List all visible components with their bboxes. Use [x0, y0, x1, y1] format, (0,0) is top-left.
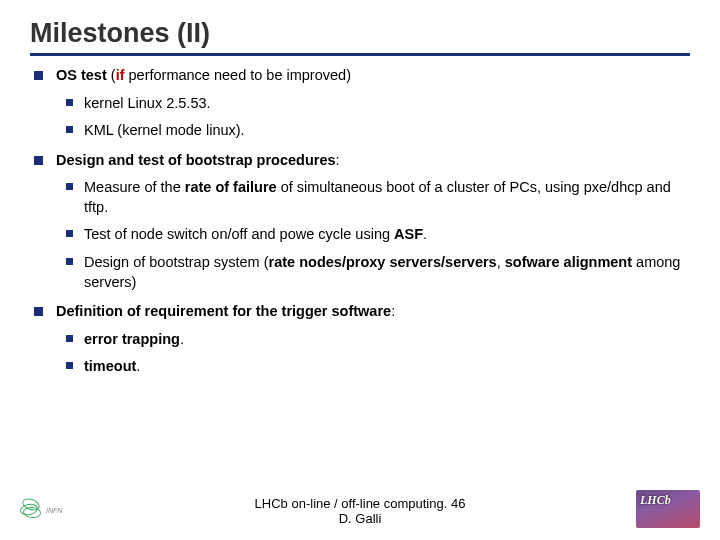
- sub-error-trapping: error trapping.: [56, 330, 690, 350]
- asf-label: ASF: [394, 226, 423, 242]
- slide-body: OS test (if performance need to be impro…: [0, 66, 720, 377]
- error-trapping: error trapping: [84, 331, 180, 347]
- sub-rate-of-failure: Measure of the rate of failure of simult…: [56, 178, 690, 217]
- infn-rings-icon: [20, 499, 42, 521]
- sub-asf: Test of node switch on/off and powe cycl…: [56, 225, 690, 245]
- title-underline: [30, 53, 690, 56]
- bullet-trigger-req: Definition of requirement for the trigge…: [34, 302, 690, 377]
- footer-line2: D. Galli: [0, 511, 720, 526]
- sub-kernel-linux: kernel Linux 2.5.53.: [56, 94, 690, 114]
- text: (: [107, 67, 116, 83]
- sub-bootstrap-design: Design of bootstrap system (rate nodes/p…: [56, 253, 690, 292]
- footer: LHCb on-line / off-line computing. 46 D.…: [0, 496, 720, 526]
- rate-nodes: rate nodes/proxy servers/servers: [269, 254, 497, 270]
- sub-timeout: timeout.: [56, 357, 690, 377]
- text: Test of node switch on/off and powe cycl…: [84, 226, 394, 242]
- bootstrap-heading: Design and test of bootstrap procedures: [56, 152, 336, 168]
- dot: .: [136, 358, 140, 374]
- bullet-bootstrap: Design and test of bootstrap procedures:…: [34, 151, 690, 292]
- lhcb-text: LHCb: [640, 493, 671, 508]
- text: Measure of the: [84, 179, 185, 195]
- infn-logo: INFN: [20, 492, 80, 528]
- slide-title: Milestones (II): [0, 0, 720, 53]
- footer-line1: LHCb on-line / off-line computing. 46: [0, 496, 720, 511]
- trigger-heading: Definition of requirement for the trigge…: [56, 303, 391, 319]
- colon: :: [336, 152, 340, 168]
- timeout: timeout: [84, 358, 136, 374]
- os-test-label: OS test: [56, 67, 107, 83]
- dot: .: [180, 331, 184, 347]
- lhcb-logo: LHCb: [636, 490, 700, 528]
- text: ,: [497, 254, 505, 270]
- software-alignment: sofware alignment: [505, 254, 632, 270]
- text: Design of bootstrap system (: [84, 254, 269, 270]
- text: performance need to be improved): [124, 67, 351, 83]
- text: .: [423, 226, 427, 242]
- colon: :: [391, 303, 395, 319]
- bullet-os-test: OS test (if performance need to be impro…: [34, 66, 690, 141]
- rate-of-failure: rate of failure: [185, 179, 277, 195]
- sub-kml: KML (kernel mode linux).: [56, 121, 690, 141]
- infn-text: INFN: [46, 507, 62, 514]
